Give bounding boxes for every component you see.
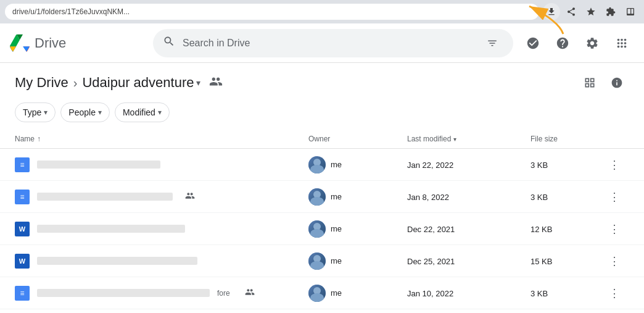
tasks-icon[interactable] bbox=[521, 31, 545, 56]
modified-column-header[interactable]: Last modified ▾ bbox=[407, 135, 530, 143]
drive-label: Drive bbox=[35, 35, 66, 51]
more-options-button[interactable]: ⋮ bbox=[605, 155, 624, 175]
file-name-cell: ≡ bbox=[15, 190, 308, 204]
more-options-button[interactable]: ⋮ bbox=[605, 251, 624, 271]
file-name-cell: ≡ bbox=[15, 157, 308, 172]
size-column-label: File size bbox=[530, 135, 558, 143]
size-cell: 3 KB bbox=[530, 192, 605, 202]
file-row[interactable]: W me Dec 25, 2021 15 KB ⋮ bbox=[0, 245, 644, 277]
shared-people-icon[interactable] bbox=[209, 75, 223, 91]
owner-column-header: Owner bbox=[308, 135, 407, 143]
modified-cell: Jan 22, 2022 bbox=[407, 160, 530, 170]
app-header: Drive Search in Drive bbox=[0, 23, 644, 63]
file-type-icon: ≡ bbox=[15, 190, 30, 204]
owner-cell: me bbox=[308, 220, 407, 238]
modified-cell: Dec 25, 2021 bbox=[407, 256, 530, 266]
people-filter-chip[interactable]: People ▾ bbox=[60, 102, 110, 122]
name-column-label: Name bbox=[15, 135, 35, 143]
browser-icons bbox=[543, 3, 639, 20]
breadcrumb-my-drive[interactable]: My Drive bbox=[15, 75, 68, 91]
file-name-cell: ≡ fore bbox=[15, 286, 308, 301]
settings-icon[interactable] bbox=[580, 31, 605, 56]
modified-chip-label: Modified bbox=[123, 107, 155, 117]
owner-column-label: Owner bbox=[308, 135, 330, 143]
file-size: 12 KB bbox=[530, 225, 552, 234]
filter-chips: Type ▾ People ▾ Modified ▾ bbox=[0, 100, 644, 130]
folder-dropdown-icon: ▾ bbox=[196, 78, 200, 88]
star-browser-icon[interactable] bbox=[582, 3, 600, 20]
search-bar[interactable]: Search in Drive bbox=[153, 29, 513, 57]
owner-name: me bbox=[331, 288, 342, 298]
people-chip-arrow: ▾ bbox=[98, 108, 102, 117]
owner-name: me bbox=[331, 256, 342, 265]
file-size: 3 KB bbox=[530, 193, 548, 202]
share-browser-icon[interactable] bbox=[563, 3, 580, 20]
modified-chip-arrow: ▾ bbox=[158, 108, 162, 117]
file-name-cell: W bbox=[15, 254, 308, 269]
info-toggle[interactable] bbox=[605, 70, 629, 95]
drive-logo-area: Drive bbox=[10, 33, 146, 53]
file-size: 3 KB bbox=[530, 289, 548, 298]
size-cell: 12 KB bbox=[530, 224, 605, 234]
modified-cell: Dec 22, 2021 bbox=[407, 224, 530, 234]
owner-cell: me bbox=[308, 285, 407, 302]
address-bar[interactable]: drive/u/1/folders/1Tz6eJuvxqNKM... bbox=[5, 4, 539, 20]
folder-name-text: Udaipur adventure bbox=[82, 75, 194, 91]
type-chip-label: Type bbox=[23, 107, 41, 117]
owner-cell: me bbox=[308, 156, 407, 173]
owner-name: me bbox=[331, 160, 342, 169]
more-options-button[interactable]: ⋮ bbox=[605, 283, 624, 303]
modified-date: Jan 10, 2022 bbox=[407, 289, 453, 298]
avatar bbox=[308, 220, 326, 238]
file-row[interactable]: W me Dec 22, 2021 12 KB ⋮ bbox=[0, 213, 644, 245]
modified-filter-chip[interactable]: Modified ▾ bbox=[115, 102, 170, 122]
file-size: 15 KB bbox=[530, 257, 552, 266]
file-list-header: Name ↑ Owner Last modified ▾ File size bbox=[0, 130, 644, 149]
more-options-button[interactable]: ⋮ bbox=[605, 187, 624, 207]
file-row[interactable]: ≡ me Jan 22, 2022 3 KB ⋮ bbox=[0, 149, 644, 181]
modified-date: Dec 25, 2021 bbox=[407, 257, 455, 266]
address-text: drive/u/1/folders/1Tz6eJuvxqNKM... bbox=[12, 7, 130, 16]
browser-bar: drive/u/1/folders/1Tz6eJuvxqNKM... bbox=[0, 0, 644, 23]
search-icon bbox=[163, 35, 175, 51]
owner-cell: me bbox=[308, 252, 407, 270]
file-type-icon: W bbox=[15, 254, 30, 269]
type-filter-chip[interactable]: Type ▾ bbox=[15, 102, 56, 122]
owner-cell: me bbox=[308, 188, 407, 206]
people-chip-label: People bbox=[68, 107, 96, 117]
name-column-header[interactable]: Name ↑ bbox=[15, 135, 308, 143]
help-icon[interactable] bbox=[550, 31, 575, 56]
extension-icon[interactable] bbox=[602, 3, 619, 20]
file-type-icon: ≡ bbox=[15, 286, 30, 301]
shared-label: fore bbox=[217, 289, 230, 298]
modified-column-label: Last modified bbox=[407, 135, 451, 143]
file-type-icon: ≡ bbox=[15, 157, 30, 172]
avatar bbox=[308, 252, 326, 270]
download-icon-btn[interactable] bbox=[543, 3, 560, 20]
size-column-header: File size bbox=[530, 135, 605, 143]
breadcrumb-current-folder[interactable]: Udaipur adventure ▾ bbox=[82, 75, 200, 91]
breadcrumb-bar: My Drive › Udaipur adventure ▾ bbox=[0, 63, 644, 100]
file-size: 3 KB bbox=[530, 161, 548, 170]
breadcrumb-separator: › bbox=[73, 76, 78, 90]
avatar bbox=[308, 156, 326, 173]
type-chip-arrow: ▾ bbox=[44, 108, 47, 117]
avatar bbox=[308, 188, 326, 206]
filter-options-icon[interactable] bbox=[481, 32, 503, 54]
file-row[interactable]: ≡ fore me Jan 10, 2022 3 KB ⋮ bbox=[0, 277, 644, 309]
size-cell: 15 KB bbox=[530, 256, 605, 266]
grid-view-toggle[interactable] bbox=[577, 70, 602, 95]
size-cell: 3 KB bbox=[530, 288, 605, 298]
breadcrumb-right-actions bbox=[577, 70, 629, 95]
header-right bbox=[521, 31, 634, 56]
modified-cell: Jan 8, 2022 bbox=[407, 192, 530, 202]
owner-name: me bbox=[331, 192, 342, 201]
sidebar-icon[interactable] bbox=[622, 3, 639, 20]
apps-grid-icon[interactable] bbox=[609, 31, 634, 56]
file-type-icon: W bbox=[15, 222, 30, 236]
avatar bbox=[308, 285, 326, 302]
file-row[interactable]: ≡ me Jan 8, 2022 3 KB ⋮ bbox=[0, 181, 644, 213]
more-options-button[interactable]: ⋮ bbox=[605, 219, 624, 239]
size-cell: 3 KB bbox=[530, 160, 605, 170]
owner-name: me bbox=[331, 224, 342, 233]
